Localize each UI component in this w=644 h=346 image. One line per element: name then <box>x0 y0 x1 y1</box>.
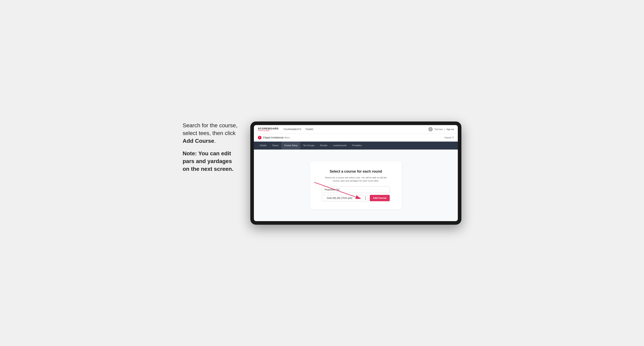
tournament-name: Clippd Invitational <box>263 136 284 139</box>
annotation-block: Search for the course, select tees, then… <box>182 122 238 178</box>
card-desc: Search for a course and select a tee. Yo… <box>322 176 390 182</box>
tournament-gender: (Men) <box>284 136 290 139</box>
logo-area: SCOREBOARD Powered by clippd <box>258 127 278 131</box>
annotation-bold1: Add Course <box>182 138 214 144</box>
tablet-screen: SCOREBOARD Powered by clippd TOURNAMENTS… <box>254 125 458 221</box>
sign-out-link[interactable]: Sign out <box>446 128 454 131</box>
chevron-down-icon: ▼ <box>364 198 366 200</box>
device-wrapper: SCOREBOARD Powered by clippd TOURNAMENTS… <box>250 122 462 225</box>
tab-course-setup[interactable]: Course Setup <box>282 142 300 150</box>
add-course-button[interactable]: Add Course <box>370 195 390 201</box>
tab-teams[interactable]: Teams <box>270 142 282 150</box>
user-area: T Test User | Sign out <box>428 127 454 132</box>
logo-subtitle: Powered by clippd <box>258 130 278 131</box>
nav-link-tournaments[interactable]: TOURNAMENTS <box>283 128 301 131</box>
main-content: Select a course for each round Search fo… <box>254 150 458 221</box>
tab-printables[interactable]: Printables <box>349 142 364 150</box>
tee-chevrons-button[interactable]: ▲ ▼ <box>362 196 368 200</box>
logo-title: SCOREBOARD <box>258 127 278 130</box>
course-card: Select a course for each round Search fo… <box>310 162 402 209</box>
tee-selector-wrapper: Gold (M) (M) (7010 yds) ✕ ▲ ▼ <box>322 195 368 201</box>
annotation-line1: Search for the course, select tees, then… <box>182 122 238 145</box>
tab-results[interactable]: Results <box>317 142 330 150</box>
cancel-icon: ✕ <box>452 136 454 139</box>
tablet-frame: SCOREBOARD Powered by clippd TOURNAMENTS… <box>250 122 462 225</box>
tournament-header: C Clippd Invitational (Men) Cancel ✕ <box>254 134 458 142</box>
user-name: Test User <box>434 128 443 131</box>
pipe-separator: | <box>444 128 445 131</box>
tournament-logo-icon: C <box>258 136 262 139</box>
tee-value: Gold (M) (M) (7010 yds) <box>322 195 357 201</box>
top-nav: SCOREBOARD Powered by clippd TOURNAMENTS… <box>254 125 458 134</box>
tab-tee-groups[interactable]: Tee Groups <box>300 142 317 150</box>
tee-clear-button[interactable]: ✕ <box>357 196 362 200</box>
card-title: Select a course for each round <box>322 170 390 173</box>
avatar: T <box>428 127 433 132</box>
course-search-input[interactable] <box>322 186 390 193</box>
nav-link-teams[interactable]: TEAMS <box>305 128 313 131</box>
tab-leaderboards[interactable]: Leaderboards <box>330 142 349 150</box>
chevron-up-icon: ▲ <box>364 196 366 198</box>
page-wrapper: Search for the course, select tees, then… <box>182 122 462 225</box>
cancel-label: Cancel <box>444 136 451 139</box>
tee-select-row: Gold (M) (M) (7010 yds) ✕ ▲ ▼ Add Course <box>322 195 390 201</box>
nav-links: TOURNAMENTS TEAMS <box>283 128 428 131</box>
annotation-bold2: Note: You can edit pars and yardages on … <box>182 150 234 172</box>
cancel-button[interactable]: Cancel ✕ <box>444 136 454 139</box>
tabs-bar: Details Teams Course Setup Tee Groups Re… <box>254 142 458 150</box>
tab-details[interactable]: Details <box>257 142 270 150</box>
annotation-line2: Note: You can edit pars and yardages on … <box>182 150 238 173</box>
